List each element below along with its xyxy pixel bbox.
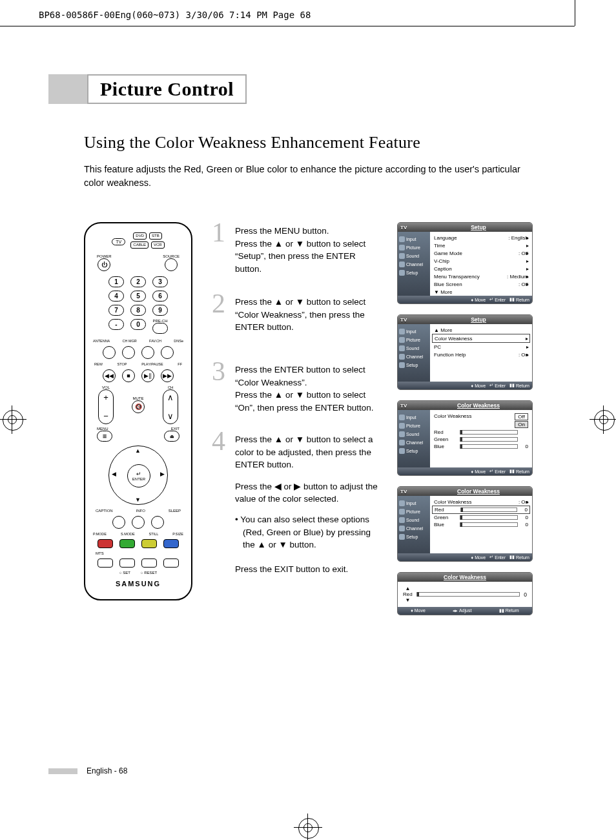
sleep-button[interactable] <box>151 516 164 529</box>
osd-screen-4: TVColor Weakness InputPictureSoundChanne… <box>397 486 533 562</box>
digit-2[interactable]: 2 <box>130 276 146 287</box>
mute-button[interactable]: 🔇 <box>132 400 145 413</box>
info-label: INFO <box>136 509 145 513</box>
nav-pad[interactable]: ▲ ▼ ◀ ▶ ↵ENTER <box>108 446 168 505</box>
remote-src-vcr: VCR <box>151 241 165 249</box>
sleep-label: SLEEP <box>169 509 181 513</box>
digit-5[interactable]: 5 <box>130 291 146 302</box>
step-1-text: Press the MENU button. Press the ▲ or ▼ … <box>235 222 379 275</box>
dnse-label: DNSe <box>174 339 183 343</box>
stop-button[interactable]: ■ <box>122 369 135 382</box>
extra-button-1[interactable] <box>119 558 135 568</box>
pmode-label: P.MODE <box>93 532 107 536</box>
power-button[interactable]: ⏻ <box>98 258 110 271</box>
step-4-text: Press the ▲ or ▼ button to select a colo… <box>235 431 379 575</box>
section-heading: Using the Color Weakness Enhancement Fea… <box>84 133 533 152</box>
step-2-text: Press the ▲ or ▼ button to select “Color… <box>235 293 379 334</box>
mts-label: MTS <box>90 551 186 555</box>
remote-src-stb: STB <box>149 232 162 240</box>
osd-adjust-bar: Color Weakness ▲Red▼ 0 ♦ Move◂▸ Adjust▮▮… <box>397 572 533 615</box>
digit-8[interactable]: 8 <box>130 305 146 316</box>
step-number-3: 3 <box>212 361 229 383</box>
osd-screen-3: TVColor Weakness InputPictureSoundChanne… <box>397 400 533 476</box>
smode-button[interactable] <box>119 539 135 548</box>
caption-button[interactable] <box>112 516 125 529</box>
reset-label: RESET <box>144 571 157 575</box>
digit-1[interactable]: 1 <box>108 276 124 287</box>
digit-dash[interactable]: - <box>108 319 124 330</box>
play-button[interactable]: ▶|| <box>141 369 154 382</box>
antenna-button[interactable] <box>103 346 116 359</box>
osd-screen-2: TVSetup InputPictureSoundChannelSetup ▲ … <box>397 314 533 390</box>
ch-rocker[interactable]: ∧∨ <box>163 389 178 424</box>
step-number-1: 1 <box>212 222 229 244</box>
prech-button[interactable] <box>152 323 168 334</box>
stop-label: STOP <box>118 362 127 366</box>
play-label: PLAY/PAUSE <box>141 362 163 366</box>
remote-src-cable: CABLE <box>130 241 149 249</box>
enter-button[interactable]: ↵ENTER <box>127 464 150 487</box>
ff-label: FF <box>178 362 182 366</box>
set-label: SET <box>123 571 130 575</box>
remote-src-dvd: DVD <box>133 232 147 240</box>
digit-4[interactable]: 4 <box>108 291 124 302</box>
psize-button[interactable] <box>163 539 179 548</box>
chapter-title: Picture Control <box>87 74 247 104</box>
osd-screen-1: TVSetup InputPictureSoundChannelSetup La… <box>397 222 533 304</box>
remote-control: TV DVD STB CABLE VCR POWER ⏻ SOURCE 123 <box>84 222 192 600</box>
source-button[interactable] <box>165 258 178 271</box>
step-number-2: 2 <box>212 293 229 315</box>
digit-7[interactable]: 7 <box>108 305 124 316</box>
chapter-title-bar: Picture Control <box>48 74 533 104</box>
step-number-4: 4 <box>212 431 229 453</box>
rew-label: REW <box>94 362 103 366</box>
psize-label: P.SIZE <box>172 532 183 536</box>
digit-3[interactable]: 3 <box>152 276 168 287</box>
intro-text: This feature adjusts the Red, Green or B… <box>84 163 533 190</box>
favch-label: FAV.CH <box>149 339 161 343</box>
vol-rocker[interactable]: +− <box>98 389 114 424</box>
step-3-text: Press the ENTER button to select “Color … <box>235 361 379 414</box>
remote-tv: TV <box>112 238 125 245</box>
digit-9[interactable]: 9 <box>152 305 168 316</box>
page-footer: English - 68 <box>48 766 127 775</box>
brand-logo: SAMSUNG <box>90 580 186 588</box>
menu-button[interactable]: ☰ <box>97 431 112 442</box>
ch-label: CH <box>163 385 178 389</box>
extra-button-2[interactable] <box>141 558 157 568</box>
digit-6[interactable]: 6 <box>152 291 168 302</box>
favch-button[interactable] <box>141 346 154 359</box>
vol-label: VOL <box>98 385 114 389</box>
chmgr-label: CH MGR <box>123 339 137 343</box>
dnse-button[interactable] <box>161 346 174 359</box>
mts-button[interactable] <box>98 558 113 568</box>
ff-button[interactable]: ▶▶ <box>161 369 174 382</box>
exit-button[interactable]: ⏏ <box>164 431 180 442</box>
pmode-button[interactable] <box>98 539 113 548</box>
digit-0[interactable]: 0 <box>130 319 146 330</box>
still-button[interactable] <box>141 539 157 548</box>
info-button[interactable] <box>132 516 145 529</box>
smode-label: S.MODE <box>121 532 135 536</box>
antenna-label: ANTENNA <box>93 339 110 343</box>
chmgr-button[interactable] <box>122 346 135 359</box>
rew-button[interactable]: ◀◀ <box>103 369 116 382</box>
still-label: STILL <box>149 532 159 536</box>
caption-label: CAPTION <box>96 509 113 513</box>
print-header: BP68-00586F-00Eng(060~073) 3/30/06 7:14 … <box>39 10 311 20</box>
extra-button-3[interactable] <box>163 558 179 568</box>
